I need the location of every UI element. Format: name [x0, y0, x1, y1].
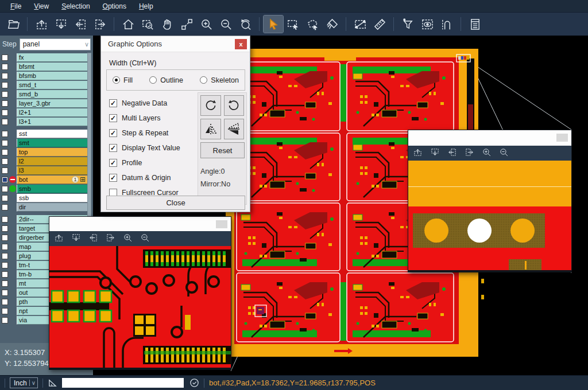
- layer-visibility-checkbox[interactable]: [2, 262, 8, 268]
- option-profile[interactable]: ✓Profile: [109, 155, 180, 170]
- filter-funnel-button[interactable]: [398, 15, 417, 33]
- layer-row-fx[interactable]: fx: [0, 53, 87, 62]
- layer-name[interactable]: top: [17, 148, 87, 157]
- send-down-button[interactable]: [430, 147, 440, 159]
- zoom-window-right[interactable]: [408, 130, 572, 272]
- mirror-vertical-button[interactable]: [224, 119, 245, 139]
- layer-row-l3[interactable]: l3: [0, 166, 87, 175]
- layer-row-dir[interactable]: dir: [0, 202, 87, 212]
- layer-row-smd_b[interactable]: smd_b: [0, 89, 87, 99]
- layer-name[interactable]: l2+1: [17, 108, 87, 117]
- layer-name[interactable]: l3+1: [17, 118, 87, 126]
- width-radio-fill[interactable]: Fill: [113, 76, 133, 84]
- send-left-button[interactable]: [71, 15, 90, 33]
- width-radio-outline[interactable]: Outline: [149, 76, 183, 84]
- layer-name[interactable]: ssb: [17, 194, 87, 202]
- layer-name[interactable]: smt: [17, 139, 87, 147]
- layer-visibility-checkbox[interactable]: [2, 64, 8, 70]
- layer-name[interactable]: dir: [17, 203, 87, 212]
- layer-row-smb[interactable]: smb: [0, 184, 87, 193]
- report-log-button[interactable]: [465, 15, 485, 33]
- layer-visibility-checkbox[interactable]: [2, 100, 8, 107]
- units-select[interactable]: Inch ∨: [10, 377, 38, 388]
- layer-name[interactable]: fx: [17, 53, 87, 62]
- zoom-window-right-titlebar[interactable]: [408, 130, 571, 146]
- zoom-out-button[interactable]: [140, 233, 150, 245]
- measure-path-button[interactable]: [177, 15, 196, 33]
- apply-check-icon[interactable]: [189, 378, 199, 388]
- layer-visibility-checkbox[interactable]: [2, 110, 8, 116]
- select-rectangle-button[interactable]: [283, 15, 303, 33]
- mirror-horizontal-button[interactable]: [200, 119, 221, 139]
- layer-visibility-checkbox[interactable]: [2, 177, 8, 183]
- zoom-out-button[interactable]: [499, 147, 509, 159]
- send-up-button[interactable]: [32, 15, 51, 33]
- rotate-ccw-button[interactable]: [224, 95, 245, 116]
- option-multi-layers[interactable]: ✓Multi Layers: [109, 111, 180, 126]
- layer-name[interactable]: layer_3.gbr: [17, 99, 87, 108]
- layer-visibility-checkbox[interactable]: [2, 244, 8, 250]
- send-right-button[interactable]: [106, 233, 115, 245]
- layer-row-bfsmt[interactable]: bfsmt: [0, 62, 87, 71]
- layer-visibility-checkbox[interactable]: [2, 91, 8, 98]
- layer-visibility-checkbox[interactable]: [2, 131, 8, 137]
- layer-visibility-checkbox[interactable]: [2, 271, 8, 278]
- reset-button[interactable]: Reset: [200, 142, 245, 158]
- menu-item-options[interactable]: Options: [97, 1, 132, 11]
- send-left-button[interactable]: [88, 233, 98, 245]
- home-view-button[interactable]: [118, 15, 138, 33]
- angle-mode-icon[interactable]: [48, 378, 57, 388]
- send-down-button[interactable]: [51, 15, 71, 33]
- zoom-previous-button[interactable]: [235, 15, 255, 33]
- option-step-repeat[interactable]: ✓Step & Repeat: [109, 126, 180, 141]
- send-up-button[interactable]: [54, 233, 64, 245]
- layer-name[interactable]: l3: [17, 166, 87, 175]
- close-icon[interactable]: x: [235, 39, 247, 49]
- window-button[interactable]: [216, 220, 227, 228]
- layer-visibility-checkbox[interactable]: [2, 140, 8, 146]
- layer-visibility-checkbox[interactable]: [2, 216, 8, 223]
- pan-hand-button[interactable]: [157, 15, 177, 33]
- layer-visibility-checkbox[interactable]: [2, 299, 8, 305]
- layer-row-bot[interactable]: bot1⊞: [0, 175, 87, 184]
- send-right-button[interactable]: [90, 15, 110, 33]
- menu-item-view[interactable]: View: [28, 1, 55, 11]
- layer-row-l2+1[interactable]: l2+1: [0, 108, 87, 117]
- send-up-button[interactable]: [413, 147, 423, 159]
- option-negative-data[interactable]: ✓Negative Data: [109, 96, 180, 111]
- layer-visibility-checkbox[interactable]: [2, 82, 8, 88]
- send-right-button[interactable]: [465, 147, 474, 159]
- zoom-in-button[interactable]: [123, 233, 133, 245]
- layer-name[interactable]: sst: [17, 130, 87, 138]
- grid-icon[interactable]: ⊞: [80, 176, 86, 183]
- layer-row-bfsmb[interactable]: bfsmb: [0, 71, 87, 80]
- layer-visibility-checkbox[interactable]: [2, 149, 8, 155]
- layer-visibility-checkbox[interactable]: [2, 280, 8, 287]
- measure-diagonal-button[interactable]: [350, 15, 370, 33]
- layer-name[interactable]: bot1⊞: [17, 176, 87, 184]
- layer-name[interactable]: smb: [17, 185, 87, 193]
- ruler-button[interactable]: [370, 15, 389, 33]
- layer-visibility-checkbox[interactable]: [2, 308, 8, 314]
- menu-item-file[interactable]: File: [5, 1, 27, 11]
- rotate-cw-button[interactable]: [200, 95, 221, 116]
- layer-visibility-checkbox[interactable]: [2, 119, 8, 125]
- zoom-window-left-titlebar[interactable]: [49, 217, 231, 231]
- command-input[interactable]: [62, 378, 184, 388]
- width-radio-skeleton[interactable]: Skeleton: [200, 76, 239, 84]
- menu-item-selection[interactable]: Selection: [56, 1, 95, 11]
- layer-row-sst[interactable]: sst: [0, 129, 87, 138]
- zoom-out-button[interactable]: [216, 15, 235, 33]
- menu-item-help[interactable]: Help: [133, 1, 159, 11]
- select-pointer-button[interactable]: [264, 15, 283, 33]
- layer-name[interactable]: bfsmt: [17, 63, 87, 71]
- layer-visibility-checkbox[interactable]: [2, 225, 8, 232]
- layer-row-smd_t[interactable]: smd_t: [0, 80, 87, 89]
- close-button[interactable]: Close: [106, 196, 245, 210]
- layer-visibility-checkbox[interactable]: [2, 73, 8, 79]
- zoom-in-button[interactable]: [196, 15, 216, 33]
- open-folder-button[interactable]: [3, 15, 23, 33]
- layer-row-l3+1[interactable]: l3+1: [0, 117, 87, 126]
- layer-row-smt[interactable]: smt: [0, 138, 87, 147]
- option-display-text-value[interactable]: ✓Display Text Value: [109, 141, 180, 155]
